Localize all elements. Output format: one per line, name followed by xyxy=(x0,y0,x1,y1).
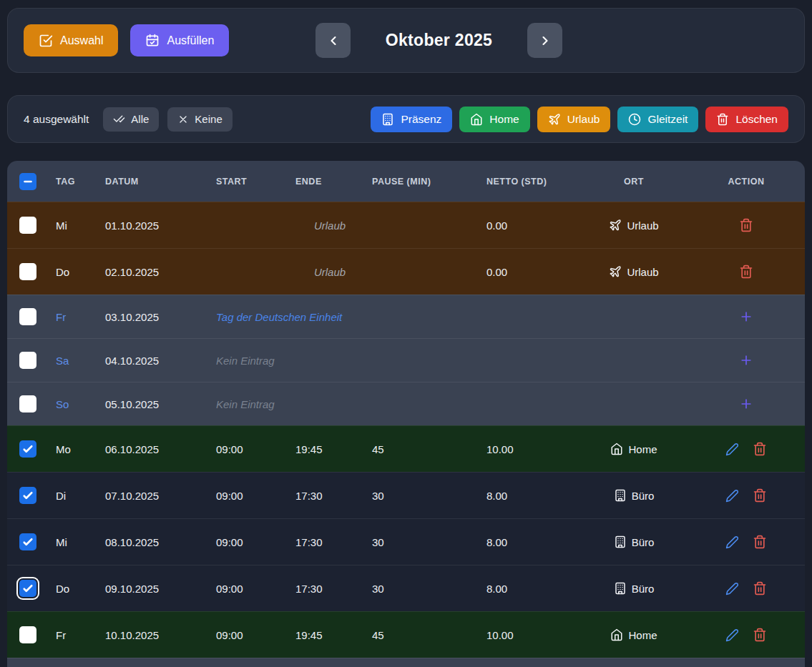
table-row: Do 02.10.2025 Urlaub 0.00 Urlaub xyxy=(7,248,805,295)
row-checkbox[interactable] xyxy=(19,395,36,412)
delete-button[interactable] xyxy=(753,628,767,642)
ort-cell: Büro xyxy=(580,489,688,502)
row-checkbox[interactable] xyxy=(19,487,36,504)
netto-value: 10.00 xyxy=(479,629,580,641)
day-label: Sa xyxy=(49,355,98,367)
trash-icon xyxy=(753,628,767,642)
add-button[interactable] xyxy=(739,397,753,411)
add-button[interactable] xyxy=(739,310,753,324)
date-label: 09.10.2025 xyxy=(98,583,209,595)
ausfuellen-button[interactable]: Ausfüllen xyxy=(130,24,229,56)
netto-value: 8.00 xyxy=(479,583,580,595)
add-button[interactable] xyxy=(739,353,753,367)
edit-button[interactable] xyxy=(725,628,739,642)
table-row: Do 09.10.2025 09:00 17:30 30 8.00 Büro xyxy=(7,565,805,611)
trash-icon xyxy=(753,535,767,549)
ort-cell: Home xyxy=(580,628,688,641)
delete-button[interactable] xyxy=(753,535,767,549)
plane-icon xyxy=(609,265,622,278)
netto-value: 8.00 xyxy=(479,536,580,548)
ort-label: Urlaub xyxy=(627,219,658,232)
row-checkbox[interactable] xyxy=(19,533,36,550)
start-time: 09:00 xyxy=(209,443,288,455)
delete-button[interactable] xyxy=(739,265,753,279)
day-label: Fr xyxy=(49,311,98,323)
date-label: 01.10.2025 xyxy=(98,219,209,232)
ort-cell: Büro xyxy=(580,582,688,595)
edit-button[interactable] xyxy=(725,489,739,503)
column-header-start: START xyxy=(209,177,288,187)
column-header-tag: TAG xyxy=(49,177,98,187)
table-row: So 05.10.2025 Kein Eintrag xyxy=(7,382,805,425)
pencil-icon xyxy=(725,628,739,642)
table-row: Mo 06.10.2025 09:00 19:45 45 10.00 Home xyxy=(7,425,805,472)
ort-label: Home xyxy=(628,629,657,641)
end-time: 17:30 xyxy=(288,536,365,548)
building-icon xyxy=(614,582,627,595)
row-checkbox[interactable] xyxy=(19,352,36,369)
delete-button[interactable] xyxy=(739,218,753,232)
urlaub-button[interactable]: Urlaub xyxy=(537,107,611,132)
select-none-label: Keine xyxy=(195,113,222,125)
praesenz-button[interactable]: Präsenz xyxy=(371,107,452,132)
day-label: Mo xyxy=(49,443,98,455)
double-check-icon xyxy=(113,113,125,125)
date-label: 06.10.2025 xyxy=(98,443,209,455)
loeschen-button[interactable]: Löschen xyxy=(705,107,788,132)
delete-button[interactable] xyxy=(753,581,767,596)
ort-cell: Büro xyxy=(580,535,688,548)
time-table: TAG DATUM START ENDE PAUSE (MIN) NETTO (… xyxy=(7,161,805,667)
home-button[interactable]: Home xyxy=(459,107,529,132)
gleitzeit-button[interactable]: Gleitzeit xyxy=(617,107,698,132)
select-none-button[interactable]: Keine xyxy=(167,107,232,132)
day-label: Mi xyxy=(49,219,98,232)
day-label: Do xyxy=(49,266,98,278)
table-row-partial xyxy=(7,658,805,667)
pencil-icon xyxy=(725,535,739,549)
pencil-icon xyxy=(725,443,739,456)
row-checkbox[interactable] xyxy=(19,308,36,325)
select-all-checkbox[interactable] xyxy=(19,173,36,190)
prev-month-button[interactable] xyxy=(315,23,351,58)
trash-icon xyxy=(739,265,753,279)
end-time: 17:30 xyxy=(288,490,365,502)
pause-value: 45 xyxy=(365,443,479,455)
checkbox-minus-icon xyxy=(21,175,34,188)
table-header: TAG DATUM START ENDE PAUSE (MIN) NETTO (… xyxy=(7,161,805,202)
checkbox-check-icon xyxy=(21,443,34,455)
select-all-button[interactable]: Alle xyxy=(103,107,159,132)
delete-button[interactable] xyxy=(753,488,767,503)
day-label: So xyxy=(49,398,98,410)
row-checkbox-focused[interactable] xyxy=(19,580,36,597)
calendar-check-icon xyxy=(145,34,160,48)
row-checkbox[interactable] xyxy=(19,626,36,643)
table-row: Sa 04.10.2025 Kein Eintrag xyxy=(7,338,805,382)
edit-button[interactable] xyxy=(725,535,739,549)
x-icon xyxy=(177,114,189,125)
next-month-button[interactable] xyxy=(527,23,562,58)
table-row: Di 07.10.2025 09:00 17:30 30 8.00 Büro xyxy=(7,472,805,518)
edit-button[interactable] xyxy=(725,582,739,596)
auswahl-button[interactable]: Auswahl xyxy=(24,24,118,56)
trash-icon xyxy=(753,442,767,456)
row-checkbox[interactable] xyxy=(19,440,36,458)
holiday-note: Tag der Deutschen Einheit xyxy=(209,311,479,323)
pencil-icon xyxy=(725,582,739,596)
empty-note: Kein Eintrag xyxy=(209,398,479,410)
netto-value: 0.00 xyxy=(479,266,580,278)
ort-label: Home xyxy=(628,443,657,455)
day-label: Di xyxy=(49,490,98,502)
plane-icon xyxy=(548,113,561,126)
column-header-action: ACTION xyxy=(688,177,805,187)
end-time: 17:30 xyxy=(288,583,365,595)
date-label: 02.10.2025 xyxy=(98,266,209,278)
edit-button[interactable] xyxy=(725,443,739,456)
row-checkbox[interactable] xyxy=(19,217,36,234)
delete-button[interactable] xyxy=(753,442,767,456)
building-icon xyxy=(614,489,627,502)
row-checkbox[interactable] xyxy=(19,263,36,280)
home-icon xyxy=(610,443,623,455)
plus-icon xyxy=(739,310,753,324)
bulk-actions: Präsenz Home Urlaub Gleitzeit Löschen xyxy=(371,107,788,132)
column-header-ende: ENDE xyxy=(288,177,365,187)
